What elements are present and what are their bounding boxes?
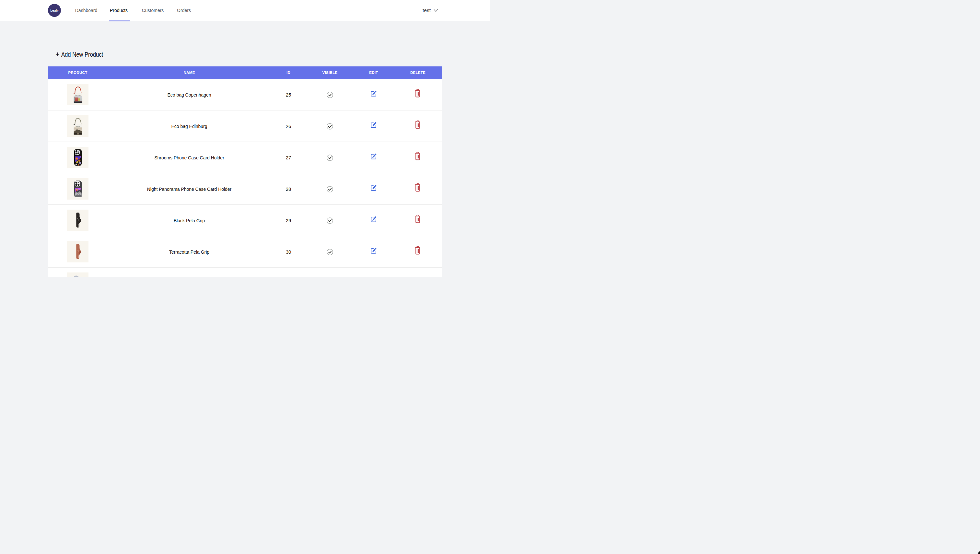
svg-text:Edinburgh: Edinburgh [75,126,80,127]
svg-text:Copenhagen: Copenhagen [75,95,81,96]
